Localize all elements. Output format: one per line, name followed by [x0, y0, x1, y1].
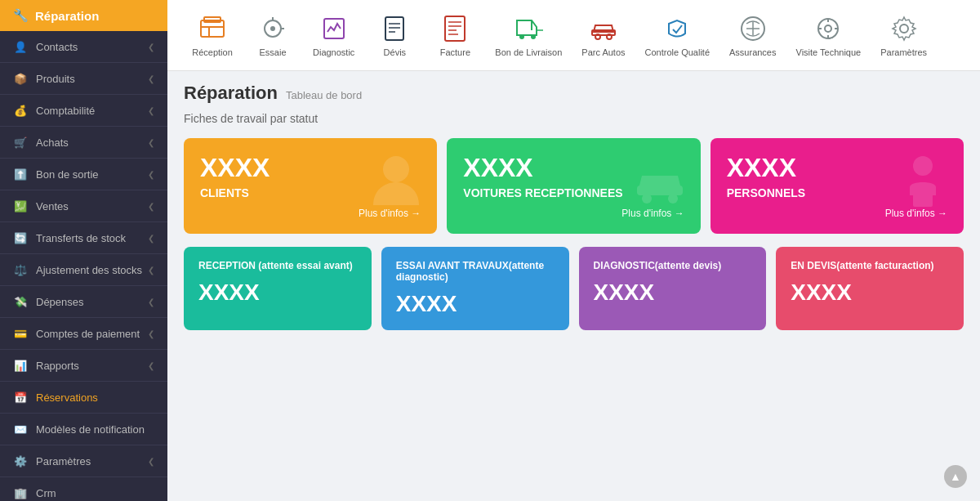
sidebar-item-modeles[interactable]: ✉️ Modèles de notification — [0, 414, 167, 445]
comptabilite-icon: 💰 — [13, 103, 28, 118]
nav-item-diagnostic[interactable]: Diagnostic — [305, 8, 363, 62]
voitures-card-icon — [627, 146, 693, 223]
sidebar-arrow-contacts: ❮ — [148, 42, 154, 51]
sidebar-item-bon-de-sortie[interactable]: ⬆️ Bon de sortie ❮ — [0, 159, 167, 190]
sidebar-arrow-depenses: ❮ — [148, 297, 154, 306]
sidebar-item-rapports[interactable]: 📊 Rapports ❮ — [0, 350, 167, 382]
sidebar-item-achats[interactable]: 🛒 Achats ❮ — [0, 127, 167, 159]
nav-item-parc[interactable]: Parc Autos — [573, 8, 633, 62]
qualite-nav-icon — [662, 13, 693, 44]
sidebar-label-comptabilite: Comptabilité — [36, 105, 95, 117]
mini-card-essai-avant[interactable]: ESSAI AVANT TRAVAUX(attente diagnostic) … — [381, 247, 569, 330]
comptes-icon: 💳 — [13, 326, 28, 341]
svg-rect-9 — [385, 17, 403, 40]
sidebar-label-contacts: Contacts — [36, 41, 78, 53]
achats-icon: 🛒 — [13, 135, 28, 150]
livraison-nav-icon — [513, 13, 544, 44]
sidebar-label-produits: Produits — [36, 73, 75, 85]
nav-item-livraison[interactable]: Bon de Livraison — [487, 8, 570, 62]
crm-icon: 🏢 — [13, 485, 28, 500]
sidebar-item-depenses[interactable]: 💸 Dépenses ❮ — [0, 286, 167, 318]
sidebar-header[interactable]: 🔧 Réparation — [0, 0, 167, 31]
nav-label-reception: Réception — [192, 47, 233, 57]
sidebar: 🔧 Réparation 👤 Contacts ❮ 📦 Produits ❮ 💰… — [0, 0, 167, 501]
sidebar-arrow-parametres: ❮ — [148, 457, 154, 466]
parametres-icon: ⚙️ — [13, 454, 28, 468]
sidebar-item-transferts[interactable]: 🔄 Transferts de stock ❮ — [0, 222, 167, 254]
nav-item-facture[interactable]: Facture — [426, 8, 483, 62]
sidebar-item-comptes[interactable]: 💳 Comptes de paiement ❮ — [0, 318, 167, 350]
nav-label-parc: Parc Autos — [581, 47, 625, 57]
bon-de-sortie-icon: ⬆️ — [13, 167, 28, 181]
sidebar-item-comptabilite[interactable]: 💰 Comptabilité ❮ — [0, 95, 167, 127]
nav-label-qualite: Controle Qualité — [645, 47, 710, 57]
nav-label-essaie: Essaie — [259, 47, 286, 57]
sidebar-arrow-comptabilite: ❮ — [148, 106, 154, 115]
mini-card-reception-attente[interactable]: RECEPTION (attente essai avant) XXXX — [184, 247, 372, 330]
svg-rect-36 — [637, 186, 683, 195]
nav-item-essaie[interactable]: Essaie — [244, 8, 301, 62]
mini-value-reception-attente: XXXX — [198, 280, 357, 306]
sidebar-label-modeles: Modèles de notification — [36, 423, 145, 436]
personnels-card-icon — [890, 146, 956, 223]
sidebar-arrow-ventes: ❮ — [148, 202, 154, 211]
reservations-icon: 📅 — [13, 390, 28, 405]
rapports-icon: 📊 — [13, 358, 28, 373]
sidebar-item-ventes[interactable]: 💹 Ventes ❮ — [0, 190, 167, 222]
stat-card-clients[interactable]: XXXX CLIENTS Plus d'infos → — [184, 138, 437, 234]
sidebar-label-crm: Crm — [36, 487, 56, 499]
nav-label-parametres: Paramètres — [880, 47, 927, 57]
nav-label-facture: Facture — [440, 47, 470, 57]
sidebar-label-parametres: Paramètres — [36, 455, 91, 467]
scroll-to-top-button[interactable]: ▲ — [944, 465, 967, 488]
nav-item-devis[interactable]: Dévis — [366, 8, 423, 62]
diagnostic-nav-icon — [318, 13, 350, 44]
sidebar-item-reservations[interactable]: 📅 Réservations — [0, 382, 167, 414]
svg-point-18 — [519, 34, 524, 39]
technique-nav-icon — [813, 13, 844, 44]
clients-card-icon — [363, 146, 429, 223]
sidebar-item-produits[interactable]: 📦 Produits ❮ — [0, 63, 167, 95]
nav-item-assurances[interactable]: Assurances — [721, 8, 784, 62]
nav-label-diagnostic: Diagnostic — [313, 47, 354, 57]
nav-item-qualite[interactable]: Controle Qualité — [637, 8, 719, 62]
nav-label-devis: Dévis — [384, 47, 407, 57]
essaie-nav-icon — [257, 13, 288, 44]
mini-label-diagnostic-attente: DIAGNOSTIC(attente devis) — [594, 260, 752, 271]
sidebar-label-rapports: Rapports — [36, 360, 79, 372]
contacts-icon: 👤 — [13, 39, 28, 54]
stat-card-voitures[interactable]: XXXX VOITURES RECEPTIONNEES Plus d'infos… — [447, 138, 700, 234]
sidebar-label-ajustement: Ajustement des stocks — [36, 264, 142, 276]
reception-nav-icon — [197, 13, 228, 44]
sidebar-label-reservations: Réservations — [36, 391, 98, 404]
stats-cards-row1: XXXX CLIENTS Plus d'infos → XXXX VOITURE… — [184, 138, 964, 234]
sidebar-item-crm[interactable]: 🏢 Crm — [0, 477, 167, 501]
main-content: Réception Essaie Diagnostic Dévis Factur… — [167, 0, 980, 501]
sidebar-item-ajustement[interactable]: ⚖️ Ajustement des stocks ❮ — [0, 254, 167, 286]
page-title: Réparation — [184, 83, 278, 104]
dashboard: Fiches de travail par statut XXXX CLIENT… — [167, 112, 980, 360]
sidebar-label-ventes: Ventes — [36, 200, 69, 212]
assurances-nav-icon — [737, 13, 768, 44]
produits-icon: 📦 — [13, 71, 28, 86]
mini-card-diagnostic-attente[interactable]: DIAGNOSTIC(attente devis) XXXX — [579, 247, 767, 330]
transferts-icon: 🔄 — [13, 230, 28, 245]
mini-value-essai-avant: XXXX — [396, 291, 555, 317]
sidebar-item-contacts[interactable]: 👤 Contacts ❮ — [0, 31, 167, 63]
sidebar-label-achats: Achats — [36, 136, 69, 149]
nav-label-technique: Visite Technique — [796, 47, 862, 57]
svg-point-5 — [270, 26, 275, 31]
mini-label-en-devis: EN DEVIS(attente facturaction) — [791, 260, 949, 271]
nav-item-technique[interactable]: Visite Technique — [788, 8, 870, 62]
sidebar-label-comptes: Comptes de paiement — [36, 328, 140, 340]
mini-card-en-devis[interactable]: EN DEVIS(attente facturaction) XXXX — [776, 247, 964, 330]
svg-point-24 — [607, 34, 612, 39]
ventes-icon: 💹 — [13, 199, 28, 213]
nav-item-parametres[interactable]: Paramètres — [872, 8, 935, 62]
nav-item-reception[interactable]: Réception — [184, 8, 241, 62]
section-title: Fiches de travail par statut — [184, 112, 964, 125]
sidebar-item-parametres[interactable]: ⚙️ Paramètres ❮ — [0, 445, 167, 477]
sidebar-arrow-achats: ❮ — [148, 138, 154, 147]
stat-card-personnels[interactable]: XXXX PERSONNELS Plus d'infos → — [710, 138, 964, 234]
ajustement-icon: ⚖️ — [13, 262, 28, 277]
